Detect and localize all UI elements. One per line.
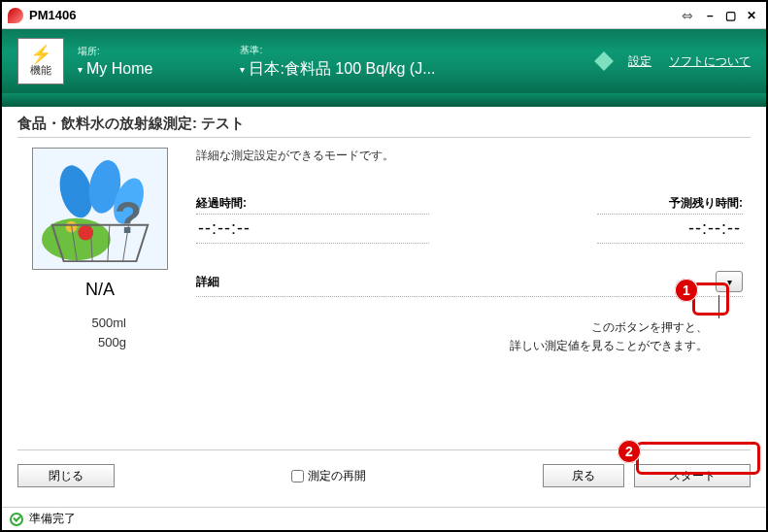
pin-icon[interactable]: ⇔: [682, 8, 693, 23]
close-window-button[interactable]: ✕: [743, 9, 760, 22]
hint-text: このボタンを押すと、 詳しい測定値を見ることができます。: [196, 318, 743, 355]
restart-checkbox-label[interactable]: 測定の再開: [291, 468, 366, 484]
question-mark-icon: ?: [115, 191, 142, 244]
caret-icon: ▾: [240, 64, 245, 75]
elapsed-value: --:--:--: [196, 215, 429, 244]
restart-label: 測定の再開: [308, 468, 366, 484]
app-icon: [8, 8, 23, 23]
callout-2: 2: [618, 440, 641, 463]
volume-value: 500ml: [56, 314, 126, 333]
header-bar: ⚡ 機能 場所: ▾ My Home 基準: ▾ 日本:食料品 100 Bq/k…: [2, 29, 766, 93]
status-ok-icon: [10, 513, 23, 526]
window-title: PM1406: [29, 8, 76, 22]
back-button[interactable]: 戻る: [543, 464, 624, 487]
maximize-button[interactable]: ▢: [722, 9, 740, 22]
status-bar: 準備完了: [2, 507, 766, 530]
close-button[interactable]: 閉じる: [17, 464, 115, 487]
hint-line-2: 詳しい測定値を見ることができます。: [196, 337, 708, 355]
minimize-button[interactable]: –: [701, 9, 718, 22]
result-value: N/A: [85, 280, 115, 300]
hint-line-1: このボタンを押すと、: [196, 318, 708, 337]
location-label: 場所:: [78, 45, 152, 58]
header-divider: [2, 93, 766, 107]
mode-label: 機能: [30, 63, 51, 78]
status-text: 準備完了: [29, 511, 76, 527]
mode-button[interactable]: ⚡ 機能: [17, 38, 64, 84]
weight-value: 500g: [56, 333, 126, 352]
cube-icon: [594, 51, 614, 71]
remain-value: --:--:--: [597, 215, 743, 244]
callout-box-2: [636, 442, 760, 475]
elapsed-label: 経過時間:: [196, 195, 429, 215]
mode-description: 詳細な測定設定ができるモードです。: [196, 148, 743, 164]
title-bar: PM1406 ⇔ – ▢ ✕: [2, 2, 766, 29]
settings-link[interactable]: 設定: [628, 53, 651, 70]
standard-group[interactable]: 基準: ▾ 日本:食料品 100 Bq/kg (J...: [240, 44, 435, 80]
bolt-icon: ⚡: [30, 46, 51, 63]
location-value: My Home: [86, 60, 152, 78]
standard-label: 基準:: [240, 44, 435, 57]
about-link[interactable]: ソフトについて: [669, 53, 751, 70]
location-group[interactable]: 場所: ▾ My Home: [78, 45, 152, 78]
callout-1: 1: [675, 279, 698, 302]
window-controls: – ▢ ✕: [701, 9, 760, 22]
sample-image: ?: [32, 148, 168, 270]
detail-label: 詳細: [196, 274, 219, 290]
remain-label: 予測残り時間:: [597, 195, 743, 215]
standard-value: 日本:食料品 100 Bq/kg (J...: [249, 59, 435, 80]
caret-icon: ▾: [78, 64, 83, 75]
page-title: 食品・飲料水の放射線測定: テスト: [17, 111, 751, 138]
restart-checkbox[interactable]: [291, 470, 304, 482]
